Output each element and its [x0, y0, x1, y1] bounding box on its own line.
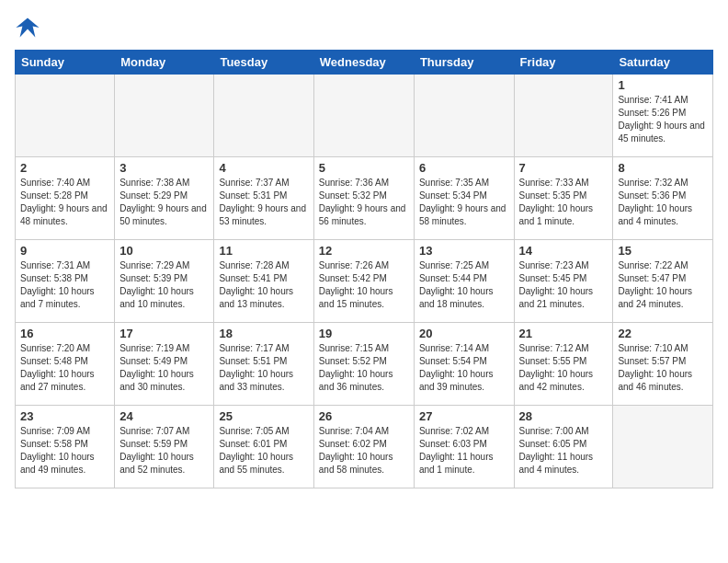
weekday-header-sunday: Sunday [16, 51, 115, 75]
calendar-table: SundayMondayTuesdayWednesdayThursdayFrid… [15, 50, 713, 488]
calendar-cell: 13Sunrise: 7:25 AM Sunset: 5:44 PM Dayli… [414, 240, 514, 323]
calendar-cell: 10Sunrise: 7:29 AM Sunset: 5:39 PM Dayli… [115, 240, 214, 323]
day-number: 9 [20, 244, 109, 258]
day-info: Sunrise: 7:07 AM Sunset: 5:59 PM Dayligh… [119, 425, 209, 477]
calendar-cell: 27Sunrise: 7:02 AM Sunset: 6:03 PM Dayli… [414, 406, 514, 488]
day-info: Sunrise: 7:04 AM Sunset: 6:02 PM Dayligh… [319, 425, 409, 477]
day-info: Sunrise: 7:32 AM Sunset: 5:36 PM Dayligh… [618, 177, 708, 228]
day-number: 19 [319, 327, 409, 340]
calendar-cell [613, 406, 713, 488]
calendar-cell: 17Sunrise: 7:19 AM Sunset: 5:49 PM Dayli… [115, 323, 214, 406]
calendar-cell: 9Sunrise: 7:31 AM Sunset: 5:38 PM Daylig… [16, 240, 115, 323]
calendar-cell [414, 75, 514, 157]
calendar-cell: 6Sunrise: 7:35 AM Sunset: 5:34 PM Daylig… [414, 157, 514, 240]
day-number: 23 [20, 409, 109, 423]
calendar-cell [313, 75, 414, 157]
calendar-cell: 28Sunrise: 7:00 AM Sunset: 6:05 PM Dayli… [514, 406, 613, 488]
day-info: Sunrise: 7:29 AM Sunset: 5:39 PM Dayligh… [119, 259, 209, 311]
day-number: 20 [419, 327, 509, 340]
day-number: 1 [618, 78, 708, 92]
week-row-3: 9Sunrise: 7:31 AM Sunset: 5:38 PM Daylig… [16, 240, 713, 323]
day-number: 11 [219, 244, 308, 258]
day-number: 16 [20, 327, 109, 340]
calendar-cell: 22Sunrise: 7:10 AM Sunset: 5:57 PM Dayli… [613, 323, 713, 406]
day-info: Sunrise: 7:41 AM Sunset: 5:26 PM Dayligh… [618, 94, 708, 145]
calendar-cell: 16Sunrise: 7:20 AM Sunset: 5:48 PM Dayli… [16, 323, 115, 406]
day-info: Sunrise: 7:19 AM Sunset: 5:49 PM Dayligh… [119, 342, 209, 394]
day-info: Sunrise: 7:36 AM Sunset: 5:32 PM Dayligh… [319, 177, 409, 228]
day-number: 27 [419, 409, 509, 423]
calendar-cell: 25Sunrise: 7:05 AM Sunset: 6:01 PM Dayli… [214, 406, 313, 488]
day-info: Sunrise: 7:28 AM Sunset: 5:41 PM Dayligh… [219, 259, 308, 311]
calendar-cell: 4Sunrise: 7:37 AM Sunset: 5:31 PM Daylig… [214, 157, 313, 240]
day-info: Sunrise: 7:10 AM Sunset: 5:57 PM Dayligh… [618, 342, 708, 394]
weekday-header-wednesday: Wednesday [313, 51, 414, 75]
week-row-2: 2Sunrise: 7:40 AM Sunset: 5:28 PM Daylig… [16, 157, 713, 240]
day-info: Sunrise: 7:20 AM Sunset: 5:48 PM Dayligh… [20, 342, 109, 394]
week-row-4: 16Sunrise: 7:20 AM Sunset: 5:48 PM Dayli… [16, 323, 713, 406]
calendar-cell: 23Sunrise: 7:09 AM Sunset: 5:58 PM Dayli… [16, 406, 115, 488]
calendar-cell: 8Sunrise: 7:32 AM Sunset: 5:36 PM Daylig… [613, 157, 713, 240]
day-number: 28 [519, 409, 609, 423]
day-info: Sunrise: 7:05 AM Sunset: 6:01 PM Dayligh… [219, 425, 308, 477]
day-number: 21 [519, 327, 609, 340]
calendar-cell: 1Sunrise: 7:41 AM Sunset: 5:26 PM Daylig… [613, 75, 713, 157]
weekday-header-saturday: Saturday [613, 51, 713, 75]
day-info: Sunrise: 7:38 AM Sunset: 5:29 PM Dayligh… [119, 177, 209, 228]
day-number: 13 [419, 244, 509, 258]
weekday-header-row: SundayMondayTuesdayWednesdayThursdayFrid… [16, 51, 713, 75]
day-info: Sunrise: 7:25 AM Sunset: 5:44 PM Dayligh… [419, 259, 509, 311]
week-row-1: 1Sunrise: 7:41 AM Sunset: 5:26 PM Daylig… [16, 75, 713, 157]
calendar-cell: 3Sunrise: 7:38 AM Sunset: 5:29 PM Daylig… [115, 157, 214, 240]
day-info: Sunrise: 7:31 AM Sunset: 5:38 PM Dayligh… [20, 259, 109, 311]
page-header [15, 15, 713, 40]
day-info: Sunrise: 7:12 AM Sunset: 5:55 PM Dayligh… [519, 342, 609, 394]
day-number: 22 [618, 327, 708, 340]
day-number: 17 [119, 327, 209, 340]
day-number: 24 [119, 409, 209, 423]
day-info: Sunrise: 7:23 AM Sunset: 5:45 PM Dayligh… [519, 259, 609, 311]
day-info: Sunrise: 7:09 AM Sunset: 5:58 PM Dayligh… [20, 425, 109, 477]
calendar-cell: 18Sunrise: 7:17 AM Sunset: 5:51 PM Dayli… [214, 323, 313, 406]
day-number: 6 [419, 161, 509, 175]
svg-marker-0 [16, 18, 39, 38]
day-info: Sunrise: 7:14 AM Sunset: 5:54 PM Dayligh… [419, 342, 509, 394]
calendar-cell: 26Sunrise: 7:04 AM Sunset: 6:02 PM Dayli… [313, 406, 414, 488]
day-info: Sunrise: 7:02 AM Sunset: 6:03 PM Dayligh… [419, 425, 509, 477]
calendar-cell: 11Sunrise: 7:28 AM Sunset: 5:41 PM Dayli… [214, 240, 313, 323]
day-number: 12 [319, 244, 409, 258]
day-number: 5 [319, 161, 409, 175]
day-info: Sunrise: 7:17 AM Sunset: 5:51 PM Dayligh… [219, 342, 308, 394]
calendar-cell: 21Sunrise: 7:12 AM Sunset: 5:55 PM Dayli… [514, 323, 613, 406]
calendar-cell: 5Sunrise: 7:36 AM Sunset: 5:32 PM Daylig… [313, 157, 414, 240]
weekday-header-monday: Monday [115, 51, 214, 75]
day-number: 4 [219, 161, 308, 175]
day-info: Sunrise: 7:15 AM Sunset: 5:52 PM Dayligh… [319, 342, 409, 394]
day-number: 2 [20, 161, 109, 175]
day-number: 3 [119, 161, 209, 175]
calendar-cell [514, 75, 613, 157]
calendar-cell: 14Sunrise: 7:23 AM Sunset: 5:45 PM Dayli… [514, 240, 613, 323]
calendar-cell: 24Sunrise: 7:07 AM Sunset: 5:59 PM Dayli… [115, 406, 214, 488]
day-number: 25 [219, 409, 308, 423]
calendar-cell [214, 75, 313, 157]
logo [15, 15, 44, 40]
calendar-cell: 7Sunrise: 7:33 AM Sunset: 5:35 PM Daylig… [514, 157, 613, 240]
calendar-cell [16, 75, 115, 157]
day-info: Sunrise: 7:00 AM Sunset: 6:05 PM Dayligh… [519, 425, 609, 477]
day-info: Sunrise: 7:22 AM Sunset: 5:47 PM Dayligh… [618, 259, 708, 311]
logo-icon [15, 15, 40, 40]
calendar-cell: 19Sunrise: 7:15 AM Sunset: 5:52 PM Dayli… [313, 323, 414, 406]
week-row-5: 23Sunrise: 7:09 AM Sunset: 5:58 PM Dayli… [16, 406, 713, 488]
day-number: 10 [119, 244, 209, 258]
calendar-cell: 20Sunrise: 7:14 AM Sunset: 5:54 PM Dayli… [414, 323, 514, 406]
day-number: 14 [519, 244, 609, 258]
weekday-header-friday: Friday [514, 51, 613, 75]
calendar-cell: 15Sunrise: 7:22 AM Sunset: 5:47 PM Dayli… [613, 240, 713, 323]
day-number: 26 [319, 409, 409, 423]
day-number: 7 [519, 161, 609, 175]
weekday-header-tuesday: Tuesday [214, 51, 313, 75]
day-number: 8 [618, 161, 708, 175]
weekday-header-thursday: Thursday [414, 51, 514, 75]
calendar-cell: 12Sunrise: 7:26 AM Sunset: 5:42 PM Dayli… [313, 240, 414, 323]
